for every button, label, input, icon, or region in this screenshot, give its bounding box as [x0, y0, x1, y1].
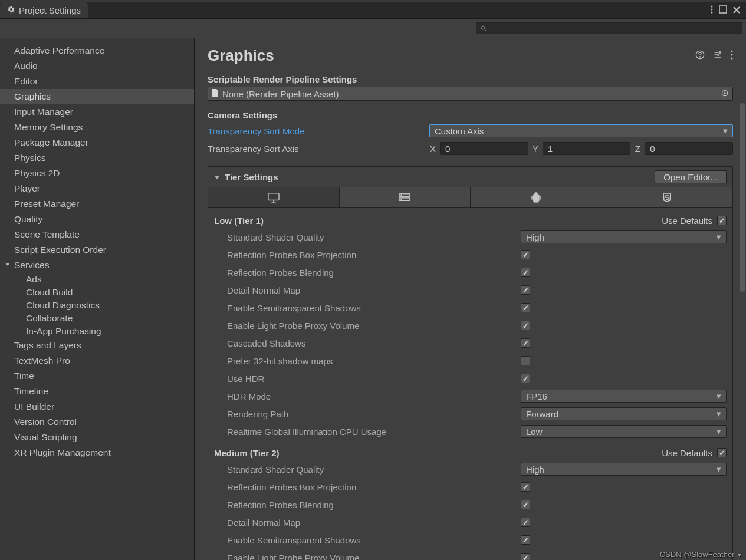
svg-point-6	[699, 57, 700, 57]
prop-label: Use HDR	[227, 374, 521, 384]
prop-dropdown[interactable]: High▾	[521, 230, 727, 243]
srp-heading: Scriptable Render Pipeline Settings	[208, 74, 733, 84]
prop-checkbox[interactable]	[521, 285, 530, 295]
sidebar-item-input-manager[interactable]: Input Manager	[0, 104, 194, 120]
search-input[interactable]	[476, 22, 742, 34]
svg-point-13	[724, 92, 725, 93]
prop-label: Enable Semitransparent Shadows	[227, 303, 521, 313]
sidebar-item-quality[interactable]: Quality	[0, 212, 194, 227]
svg-rect-14	[268, 193, 279, 200]
axis-x-input[interactable]: 0	[440, 142, 528, 155]
prop-checkbox[interactable]	[521, 250, 530, 259]
sidebar-item-player[interactable]: Player	[0, 181, 194, 196]
scrollbar[interactable]	[740, 103, 745, 292]
axis-z-input[interactable]: 0	[645, 142, 733, 155]
sidebar-item-package-manager[interactable]: Package Manager	[0, 135, 194, 150]
prop-checkbox[interactable]	[521, 356, 530, 365]
sidebar-item-visual-scripting[interactable]: Visual Scripting	[0, 430, 194, 445]
tier-heading: Tier Settings	[225, 172, 655, 182]
svg-point-8	[718, 54, 719, 56]
prop-label: Reflection Probes Blending	[227, 268, 521, 278]
srp-asset-field[interactable]: None (Render Pipeline Asset)	[208, 87, 733, 101]
sidebar-item-editor[interactable]: Editor	[0, 74, 194, 89]
prop-checkbox[interactable]	[521, 482, 530, 492]
svg-point-18	[401, 199, 402, 199]
tier-group-title: Low (Tier 1)	[214, 216, 264, 226]
sidebar-item-ui-builder[interactable]: UI Builder	[0, 399, 194, 414]
prop-checkbox[interactable]	[521, 338, 530, 348]
sidebar-item-collaborate[interactable]: Collaborate	[0, 312, 194, 325]
chevron-down-icon: ▾	[717, 232, 721, 242]
prop-label: Prefer 32-bit shadow maps	[227, 356, 521, 366]
prop-checkbox[interactable]	[521, 321, 530, 330]
prop-dropdown[interactable]: Forward▾	[521, 407, 727, 420]
sidebar-item-cloud-build[interactable]: Cloud Build	[0, 286, 194, 299]
sidebar-item-ads[interactable]: Ads	[0, 273, 194, 286]
sidebar-item-services[interactable]: Services	[0, 258, 194, 273]
sidebar-item-adaptive-performance[interactable]: Adaptive Performance	[0, 43, 194, 58]
tier-settings-box: Tier Settings Open Editor...	[208, 166, 733, 560]
prop-label: Realtime Global Illumination CPU Usage	[227, 427, 521, 437]
sidebar-item-textmesh-pro[interactable]: TextMesh Pro	[0, 353, 194, 368]
page-title: Graphics	[208, 47, 695, 65]
svg-point-1	[711, 9, 713, 11]
prop-label: Enable Light Probe Proxy Volume	[227, 553, 521, 561]
sidebar-item-timeline[interactable]: Timeline	[0, 384, 194, 399]
prop-label: Enable Light Probe Proxy Volume	[227, 321, 521, 331]
chevron-down-icon: ▾	[717, 426, 721, 437]
prop-checkbox[interactable]	[521, 268, 530, 277]
prop-checkbox[interactable]	[521, 553, 530, 560]
search-row	[0, 19, 746, 38]
sidebar-item-in-app-purchasing[interactable]: In-App Purchasing	[0, 325, 194, 338]
tab-android[interactable]	[471, 187, 602, 207]
prop-dropdown[interactable]: High▾	[521, 463, 727, 476]
prop-checkbox[interactable]	[521, 535, 530, 545]
sidebar-item-scene-template[interactable]: Scene Template	[0, 227, 194, 242]
svg-point-9	[731, 51, 733, 52]
prop-checkbox[interactable]	[521, 518, 530, 527]
foldout-icon[interactable]	[214, 172, 220, 182]
use-defaults-checkbox[interactable]	[717, 216, 727, 225]
tab-server[interactable]	[340, 187, 471, 207]
sidebar-item-memory-settings[interactable]: Memory Settings	[0, 120, 194, 135]
asset-icon	[212, 89, 219, 99]
sidebar-item-script-execution-order[interactable]: Script Execution Order	[0, 242, 194, 258]
watermark: CSDN @SlowFeather ▼	[660, 550, 742, 559]
sidebar-item-tags-and-layers[interactable]: Tags and Layers	[0, 338, 194, 353]
tab-standalone[interactable]	[208, 187, 340, 207]
sidebar-item-xr-plugin-management[interactable]: XR Plugin Management	[0, 445, 194, 460]
settings-sliders-icon[interactable]	[713, 50, 722, 61]
tab-bar: Project Settings	[0, 2, 746, 19]
tab-webgl[interactable]	[602, 187, 733, 207]
use-defaults-checkbox[interactable]	[717, 448, 727, 457]
axis-y-input[interactable]: 1	[543, 142, 631, 155]
sidebar-item-physics[interactable]: Physics	[0, 150, 194, 166]
sidebar-item-graphics[interactable]: Graphics	[0, 89, 194, 104]
svg-point-10	[731, 54, 733, 56]
prop-checkbox[interactable]	[521, 500, 530, 509]
prop-dropdown[interactable]: Low▾	[521, 425, 727, 438]
help-icon[interactable]	[695, 50, 705, 61]
chevron-down-icon: ▾	[717, 409, 721, 419]
prop-checkbox[interactable]	[521, 303, 530, 312]
svg-point-4	[481, 26, 485, 29]
project-settings-tab[interactable]: Project Settings	[0, 2, 88, 18]
sort-mode-dropdown[interactable]: Custom Axis ▾	[429, 124, 733, 137]
prop-label: Rendering Path	[227, 409, 521, 419]
maximize-icon[interactable]	[719, 5, 727, 15]
prop-label: Enable Semitransparent Shadows	[227, 535, 521, 545]
sidebar-item-physics-2d[interactable]: Physics 2D	[0, 166, 194, 181]
prop-dropdown[interactable]: FP16▾	[521, 390, 727, 403]
open-editor-button[interactable]: Open Editor...	[655, 170, 727, 183]
menu-dots-icon[interactable]	[731, 50, 733, 61]
menu-dots-icon[interactable]	[711, 5, 713, 15]
close-icon[interactable]	[733, 5, 740, 15]
object-picker-icon[interactable]	[721, 89, 729, 99]
sidebar-item-preset-manager[interactable]: Preset Manager	[0, 196, 194, 212]
prop-checkbox[interactable]	[521, 374, 530, 383]
sidebar-item-time[interactable]: Time	[0, 368, 194, 384]
sidebar-item-version-control[interactable]: Version Control	[0, 414, 194, 430]
sidebar-item-cloud-diagnostics[interactable]: Cloud Diagnostics	[0, 299, 194, 312]
sidebar-item-audio[interactable]: Audio	[0, 58, 194, 74]
prop-label: Detail Normal Map	[227, 518, 521, 528]
